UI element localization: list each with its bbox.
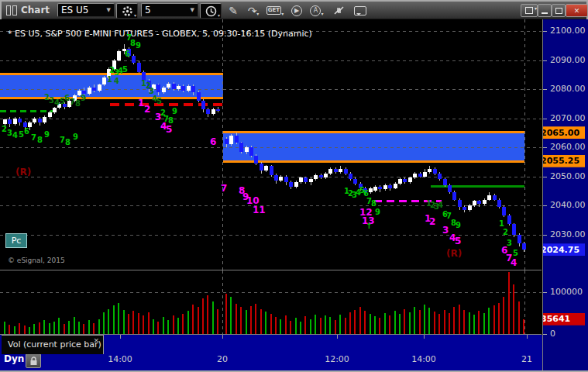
volume-bar xyxy=(304,316,306,334)
volume-bar xyxy=(103,312,105,334)
get-data-icon[interactable]: GET▾ xyxy=(266,4,284,17)
candle xyxy=(418,174,422,177)
volume-bar xyxy=(280,319,281,334)
volume-bar xyxy=(225,294,227,334)
volume-bar xyxy=(523,319,524,334)
volume-bar xyxy=(64,324,65,334)
interval-time-button[interactable]: ▾ xyxy=(200,3,222,19)
count-annotation: 7 xyxy=(31,134,36,142)
count-annotation: 2 xyxy=(429,217,435,226)
volume-bar xyxy=(53,322,55,334)
axis-label: 2040.00 xyxy=(550,200,586,210)
volume-bar xyxy=(255,304,256,334)
chart-title: * ES U5, S&P 500 E-MINI FUTURES - GLOBEX… xyxy=(8,29,312,39)
count-annotation: 5 xyxy=(156,98,162,105)
volume-bar xyxy=(478,311,480,334)
chart-window-icon[interactable] xyxy=(6,2,19,19)
count-annotation: 1 xyxy=(499,220,504,228)
axis-tick xyxy=(543,334,547,335)
time-label: 21 xyxy=(521,354,532,364)
candle xyxy=(3,119,7,124)
candle xyxy=(448,185,452,192)
candle xyxy=(334,169,338,172)
volume-bar xyxy=(128,314,129,334)
price-tag: 2065.00 xyxy=(542,126,585,139)
volume-bar xyxy=(290,321,291,334)
candle xyxy=(211,109,215,114)
count-annotation: 7 xyxy=(70,98,75,106)
candle xyxy=(319,175,323,178)
price-axis[interactable]: 2100.002090.002080.002070.002060.002050.… xyxy=(542,19,588,370)
volume-bar xyxy=(246,310,247,334)
maximize-icon xyxy=(555,8,562,14)
price-pane[interactable]: * ES U5, S&P 500 E-MINI FUTURES - GLOBEX… xyxy=(0,19,542,270)
count-annotation: 3 xyxy=(7,129,12,137)
volume-bar xyxy=(453,307,455,334)
candle xyxy=(398,179,402,184)
lock-scale-button[interactable] xyxy=(26,353,41,368)
auto-mode-icon[interactable]: A▾ xyxy=(308,4,325,17)
dyn-label: Dyn xyxy=(4,353,24,364)
minimize-icon xyxy=(542,12,548,14)
volume-bar xyxy=(349,312,351,334)
window-menu-button[interactable] xyxy=(521,4,538,17)
count-annotation: 9 xyxy=(172,108,177,115)
volume-tab[interactable]: Vol (current price bar) × xyxy=(2,335,104,354)
grid-line xyxy=(0,119,542,119)
volume-bar xyxy=(498,303,500,334)
volume-bar xyxy=(473,315,475,334)
volume-pane[interactable] xyxy=(0,270,542,334)
volume-bar xyxy=(434,312,435,334)
interval-combo[interactable]: 5 ▼ xyxy=(141,3,198,17)
comment-icon[interactable] xyxy=(352,4,369,17)
minimize-button[interactable] xyxy=(538,4,552,17)
candle xyxy=(201,101,205,109)
axis-tick xyxy=(543,31,547,32)
grid-line xyxy=(0,292,542,293)
volume-bar xyxy=(414,307,415,334)
volume-bar xyxy=(325,315,326,334)
chevron-down-icon: ▾ xyxy=(134,12,136,18)
play-icon[interactable]: ▶ xyxy=(288,4,305,17)
chevron-down-icon: ▾ xyxy=(218,12,220,18)
curve-tool-icon[interactable]: ↷▾ xyxy=(245,4,262,17)
time-label: 20 xyxy=(217,354,228,364)
axis-tick xyxy=(543,177,547,177)
candle xyxy=(177,86,181,89)
volume-bar xyxy=(182,314,184,334)
clock-icon xyxy=(205,5,217,17)
close-button[interactable]: ✕ xyxy=(566,4,588,17)
draw-pencil-icon[interactable]: ✎ xyxy=(225,4,242,17)
maximize-button[interactable] xyxy=(552,4,566,17)
pc-badge[interactable]: Pc xyxy=(5,233,27,248)
chevron-down-icon: ▼ xyxy=(186,7,194,13)
volume-bar xyxy=(39,322,40,334)
volume-bar xyxy=(265,312,266,334)
symbol-settings-button[interactable]: ▾ xyxy=(116,3,138,19)
count-annotation: 6 xyxy=(125,50,130,58)
count-annotation: 9 xyxy=(81,95,86,102)
volume-bar xyxy=(300,322,301,334)
volume-bar xyxy=(98,319,100,334)
axis-label: 2070.00 xyxy=(550,113,586,123)
study-line xyxy=(110,103,225,106)
pane-divider[interactable] xyxy=(0,270,542,270)
candle xyxy=(403,179,407,182)
candle xyxy=(28,122,32,127)
volume-bar xyxy=(212,301,214,334)
candle xyxy=(369,188,373,193)
candle xyxy=(344,169,348,174)
close-icon: ✕ xyxy=(574,7,580,15)
time-label: 14:00 xyxy=(108,354,132,364)
symbol-combo[interactable]: ES U5 ▼ xyxy=(57,3,115,17)
count-annotation: 2 xyxy=(2,126,7,133)
close-tab-icon[interactable]: × xyxy=(93,336,99,344)
volume-bar xyxy=(260,309,262,334)
candle xyxy=(433,169,437,174)
volume-bar xyxy=(364,311,366,334)
count-annotation: 6 xyxy=(210,137,216,146)
time-tick xyxy=(527,335,528,339)
candle xyxy=(229,136,233,144)
send-order-icon[interactable] xyxy=(330,4,347,17)
candle xyxy=(452,192,456,199)
